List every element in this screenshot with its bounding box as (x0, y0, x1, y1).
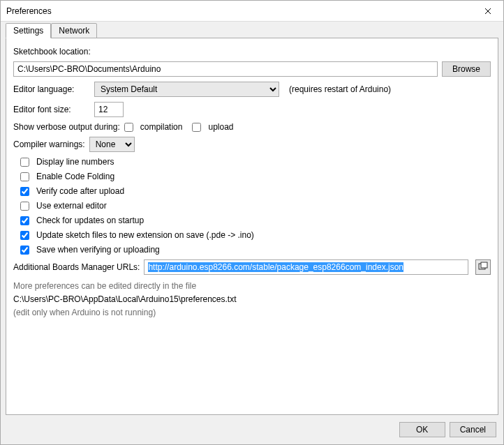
titlebar: Preferences (1, 1, 503, 22)
options-checklist: Display line numbers Enable Code Folding… (13, 157, 491, 255)
verbose-upload-label: upload (208, 122, 233, 132)
boards-url-expand-button[interactable] (475, 259, 491, 275)
fontsize-label: Editor font size: (13, 105, 90, 114)
close-icon (484, 6, 491, 17)
boards-url-input[interactable]: http://arduino.esp8266.com/stable/packag… (144, 259, 468, 275)
update-sketch-checkbox[interactable] (20, 231, 29, 240)
save-verify-checkbox[interactable] (20, 246, 29, 255)
fontsize-input[interactable] (94, 102, 124, 117)
verbose-compilation-checkbox[interactable] (124, 123, 133, 132)
svg-rect-1 (481, 262, 487, 268)
verbose-compilation-label: compilation (140, 122, 183, 132)
browse-button[interactable]: Browse (442, 61, 491, 77)
preferences-dialog: Preferences Settings Network Sketchbook … (0, 0, 504, 445)
verbose-label: Show verbose output during: (13, 122, 120, 132)
save-verify-label: Save when verifying or uploading (36, 245, 160, 255)
ok-button[interactable]: OK (399, 422, 445, 437)
verify-upload-label: Verify code after upload (36, 186, 124, 196)
edit-only-note: (edit only when Arduino is not running) (13, 306, 491, 319)
window-title: Preferences (6, 6, 472, 16)
external-editor-checkbox[interactable] (20, 202, 29, 211)
dialog-body: Settings Network Sketchbook location: Br… (1, 22, 503, 444)
dialog-footer: OK Cancel (1, 415, 503, 444)
sketchbook-label: Sketchbook location: (13, 47, 91, 56)
check-updates-label: Check for updates on startup (36, 216, 144, 225)
notes-block: More preferences can be edited directly … (13, 280, 491, 320)
settings-panel: Sketchbook location: Browse Editor langu… (6, 38, 498, 415)
window-list-icon (478, 262, 488, 273)
close-button[interactable] (472, 1, 503, 22)
tabstrip: Settings Network (1, 22, 503, 38)
sketchbook-path-input[interactable] (13, 61, 438, 77)
warnings-label: Compiler warnings: (13, 139, 85, 149)
line-numbers-label: Display line numbers (36, 157, 114, 167)
verify-upload-checkbox[interactable] (20, 187, 29, 196)
warnings-select[interactable]: None (89, 137, 135, 152)
boards-url-label: Additional Boards Manager URLs: (13, 262, 140, 272)
verbose-upload-checkbox[interactable] (192, 123, 201, 132)
more-prefs-note: More preferences can be edited directly … (13, 280, 491, 293)
check-updates-checkbox[interactable] (20, 216, 29, 225)
language-select[interactable]: System Default (94, 82, 279, 97)
update-sketch-label: Update sketch files to new extension on … (36, 230, 254, 240)
cancel-button[interactable]: Cancel (450, 422, 496, 437)
external-editor-label: Use external editor (36, 201, 107, 211)
code-folding-label: Enable Code Folding (36, 172, 114, 181)
language-label: Editor language: (13, 84, 90, 94)
line-numbers-checkbox[interactable] (20, 158, 29, 167)
code-folding-checkbox[interactable] (20, 172, 29, 181)
boards-url-value: http://arduino.esp8266.com/stable/packag… (148, 262, 403, 272)
language-restart-note: (requires restart of Arduino) (289, 84, 391, 94)
tab-network[interactable]: Network (51, 23, 97, 38)
tab-settings[interactable]: Settings (6, 23, 51, 38)
prefs-file-path: C:\Users\PC-BRO\AppData\Local\Arduino15\… (13, 293, 491, 306)
